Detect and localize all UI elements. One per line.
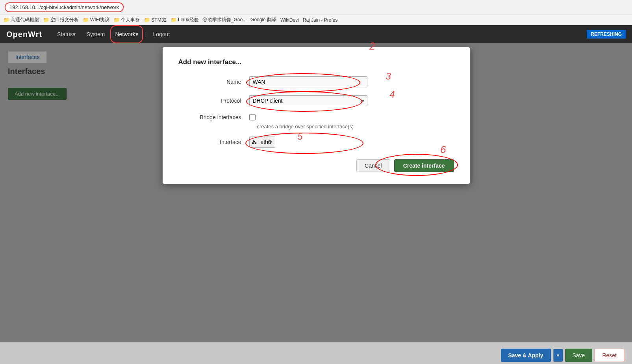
bookmark-7[interactable]: 谷歌学术镜像_Goo... [203, 17, 246, 23]
protocol-select[interactable]: DHCP client Static address PPPoE DHCPv6 … [249, 95, 367, 106]
bookmark-2[interactable]: 📁 空口报文分析 [43, 17, 79, 23]
bookmark-label: 个人事务 [121, 17, 140, 23]
bookmark-10[interactable]: Raj Jain - Profes [303, 17, 338, 23]
name-input[interactable] [249, 76, 367, 87]
bookmark-label: Raj Jain - Profes [303, 17, 338, 23]
name-row: Name 3 [178, 76, 454, 87]
modal-title: Add new interface... [178, 58, 454, 66]
folder-icon: 📁 [171, 17, 177, 23]
save-apply-dropdown-button[interactable]: ▾ [553, 349, 563, 362]
openwrt-logo: OpenWrt [6, 30, 42, 39]
bridge-row: Bridge interfaces [178, 114, 454, 120]
bookmark-label: 空口报文分析 [50, 17, 79, 23]
create-interface-button[interactable]: Create interface [394, 159, 454, 172]
folder-icon: 📁 [113, 17, 120, 23]
refreshing-badge: REFRESHING [587, 30, 626, 39]
annotation-3: 3 [386, 71, 391, 82]
bookmark-label: WikiDevi [280, 17, 299, 23]
main-content: Interfaces Interfaces 2 Add new interfac… [0, 43, 632, 342]
interface-label: Interface [178, 139, 249, 145]
nav-network[interactable]: Network ▾ [110, 25, 143, 43]
bookmark-label: WIFI协议 [90, 17, 109, 23]
bookmark-label: 高通代码框架 [11, 17, 39, 23]
cancel-button[interactable]: Cancel [356, 159, 390, 172]
bookmark-8[interactable]: Google 翻译 [250, 17, 276, 23]
bookmark-3[interactable]: 📁 WIFI协议 [83, 17, 109, 23]
protocol-label: Protocol [178, 98, 249, 104]
url-bar[interactable]: 192.168.10.1/cgi-bin/luci/admin/network/… [5, 2, 124, 12]
protocol-row: Protocol DHCP client Static address PPPo… [178, 95, 454, 106]
bookmark-label: STM32 [151, 17, 167, 23]
folder-icon: 📁 [144, 17, 150, 23]
annotation-4: 4 [389, 89, 395, 100]
interface-select[interactable]: eth0 eth1 lo [249, 137, 275, 148]
save-apply-button[interactable]: Save & Apply [501, 349, 551, 362]
bookmark-6[interactable]: 📁 Linux经验 [171, 17, 199, 23]
interface-row: Interface 🖧 eth0 eth1 lo 5 [178, 137, 454, 148]
folder-icon: 📁 [43, 17, 49, 23]
modal-overlay: 2 Add new interface... Name 3 [0, 43, 632, 342]
bookmark-4[interactable]: 📁 个人事务 [113, 17, 140, 23]
folder-icon: 📁 [83, 17, 89, 23]
nav-logout[interactable]: Logout [147, 25, 175, 43]
bottom-bar: Save & Apply ▾ Save Reset [0, 342, 632, 364]
bridge-checkbox[interactable] [249, 114, 256, 120]
bookmark-label: Linux经验 [178, 17, 199, 23]
bookmark-label: Google 翻译 [250, 17, 276, 23]
save-button[interactable]: Save [565, 349, 593, 362]
navigation: OpenWrt Status ▾ System Network ▾ | Logo… [0, 25, 632, 43]
browser-bar: 192.168.10.1/cgi-bin/luci/admin/network/… [0, 0, 632, 15]
nav-separator: | [145, 31, 146, 37]
bridge-hint: creates a bridge over specified interfac… [257, 124, 454, 129]
modal-footer: Cancel Create interface 6 [178, 159, 454, 172]
folder-icon: 📁 [3, 17, 9, 23]
nav-status[interactable]: Status ▾ [52, 25, 81, 43]
bookmark-1[interactable]: 📁 高通代码框架 [3, 17, 39, 23]
modal-dialog: 2 Add new interface... Name 3 [163, 47, 470, 184]
bookmark-9[interactable]: WikiDevi [280, 17, 299, 23]
bookmark-5[interactable]: 📁 STM32 [144, 17, 167, 23]
nav-system[interactable]: System [81, 25, 111, 43]
annotation-5: 5 [297, 131, 302, 142]
name-label: Name [178, 79, 249, 85]
bridge-label: Bridge interfaces [178, 114, 249, 120]
reset-button[interactable]: Reset [595, 349, 624, 362]
bookmark-label: 谷歌学术镜像_Goo... [203, 17, 246, 23]
bookmarks-bar: 📁 高通代码框架 📁 空口报文分析 📁 WIFI协议 📁 个人事务 📁 STM3… [0, 15, 632, 25]
